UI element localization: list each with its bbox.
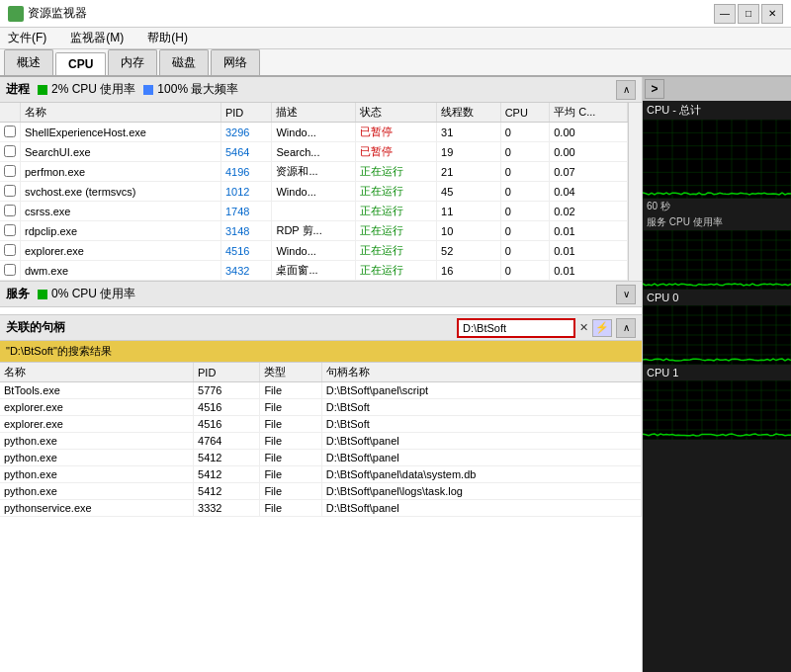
close-button[interactable]: ✕ — [761, 4, 783, 24]
app-icon — [8, 6, 24, 22]
handles-header: 关联的句柄 ✕ ⚡ ∧ — [0, 315, 642, 341]
search-go-button[interactable]: ⚡ — [592, 319, 612, 337]
hrow-handle: D:\BtSoft — [321, 416, 641, 433]
tab-overview[interactable]: 概述 — [4, 49, 53, 75]
menu-monitor[interactable]: 监视器(M) — [66, 30, 128, 46]
search-box-container: ✕ ⚡ ∧ — [457, 318, 636, 338]
row-checkbox[interactable] — [0, 221, 21, 241]
hrow-type: File — [260, 466, 321, 483]
row-name: dwm.exe — [21, 261, 221, 281]
cpu0-graph — [643, 305, 791, 365]
title-bar: 资源监视器 — □ ✕ — [0, 0, 791, 28]
tab-network[interactable]: 网络 — [211, 49, 260, 75]
process-expand-btn[interactable]: ∧ — [616, 80, 636, 100]
minimize-button[interactable]: — — [714, 4, 736, 24]
table-row: explorer.exe 4516 File D:\BtSoft — [0, 416, 642, 433]
table-row: pythonservice.exe 3332 File D:\BtSoft\pa… — [0, 500, 642, 517]
row-avg: 0.00 — [550, 142, 628, 162]
handles-search-input[interactable] — [457, 318, 575, 338]
table-row: dwm.exe 3432 桌面窗... 正在运行 16 0 0.01 — [0, 261, 628, 281]
row-threads: 21 — [437, 162, 501, 182]
cpu-usage-text: 2% CPU 使用率 — [51, 81, 135, 98]
tab-bar: 概述 CPU 内存 磁盘 网络 — [0, 49, 791, 77]
row-desc: 资源和... — [272, 162, 356, 182]
cpu-usage-indicator: 2% CPU 使用率 — [38, 81, 135, 98]
tab-disk[interactable]: 磁盘 — [159, 49, 209, 75]
table-row: rdpclip.exe 3148 RDP 剪... 正在运行 10 0 0.01 — [0, 221, 628, 241]
max-freq-text: 100% 最大频率 — [157, 81, 238, 98]
row-checkbox[interactable] — [0, 261, 21, 281]
services-green-indicator — [38, 290, 47, 299]
hrow-type: File — [260, 399, 321, 416]
services-cpu-indicator: 0% CPU 使用率 — [38, 286, 135, 302]
process-table-area: 名称 PID 描述 状态 线程数 CPU 平均 C... ShellExperi… — [0, 103, 642, 281]
right-panel: > CPU - 总计 60 秒 服务 CPU 使用率 CPU 0 CPU 1 — [643, 77, 791, 672]
hcol-pid: PID — [194, 363, 260, 382]
row-cpu: 0 — [500, 202, 550, 221]
row-avg: 0.01 — [550, 241, 628, 261]
row-status: 已暂停 — [356, 123, 437, 142]
row-cpu: 0 — [500, 123, 550, 142]
hrow-name: pythonservice.exe — [0, 500, 194, 517]
handles-results-label: "D:\BtSoft"的搜索结果 — [0, 341, 642, 363]
row-checkbox[interactable] — [0, 162, 21, 182]
table-row: python.exe 4764 File D:\BtSoft\panel — [0, 433, 642, 450]
hrow-pid: 5412 — [194, 483, 260, 500]
hrow-pid: 5412 — [194, 450, 260, 466]
hrow-name: python.exe — [0, 433, 194, 450]
row-checkbox[interactable] — [0, 142, 21, 162]
row-name: perfmon.exe — [21, 162, 221, 182]
row-threads: 45 — [437, 182, 501, 202]
row-checkbox[interactable] — [0, 123, 21, 142]
table-row: perfmon.exe 4196 资源和... 正在运行 21 0 0.07 — [0, 162, 628, 182]
row-avg: 0.00 — [550, 123, 628, 142]
row-checkbox[interactable] — [0, 182, 21, 202]
col-name: 名称 — [21, 103, 221, 123]
services-title: 服务 — [6, 286, 30, 302]
col-avg: 平均 C... — [550, 103, 628, 123]
cpu1-graph — [643, 380, 791, 440]
right-panel-expand-btn[interactable]: > — [645, 79, 664, 99]
tab-memory[interactable]: 内存 — [108, 49, 157, 75]
process-section: 进程 2% CPU 使用率 100% 最大频率 ∧ — [0, 77, 642, 282]
menu-bar: 文件(F) 监视器(M) 帮助(H) — [0, 28, 791, 49]
hrow-pid: 4516 — [194, 399, 260, 416]
row-status: 正在运行 — [356, 261, 437, 281]
services-expand-btn[interactable]: ∨ — [616, 285, 636, 304]
green-indicator — [38, 85, 47, 95]
col-status: 状态 — [356, 103, 437, 123]
table-row: ShellExperienceHost.exe 3296 Windo... 已暂… — [0, 123, 628, 142]
row-checkbox[interactable] — [0, 202, 21, 221]
hrow-name: python.exe — [0, 483, 194, 500]
row-pid: 1748 — [220, 202, 272, 221]
search-clear-button[interactable]: ✕ — [579, 321, 588, 334]
tab-cpu[interactable]: CPU — [55, 52, 106, 75]
row-cpu: 0 — [500, 142, 550, 162]
handles-expand-btn[interactable]: ∧ — [616, 318, 636, 338]
hrow-pid: 3332 — [194, 500, 260, 517]
maximize-button[interactable]: □ — [738, 4, 759, 24]
hrow-handle: D:\BtSoft\panel — [321, 500, 641, 517]
cpu-total-label: CPU - 总计 — [643, 101, 791, 120]
process-scrollbar[interactable] — [628, 103, 642, 281]
table-row: explorer.exe 4516 File D:\BtSoft — [0, 399, 642, 416]
row-desc — [272, 202, 356, 221]
row-pid: 1012 — [220, 182, 272, 202]
row-checkbox[interactable] — [0, 241, 21, 261]
row-avg: 0.07 — [550, 162, 628, 182]
row-cpu: 0 — [500, 162, 550, 182]
row-name: explorer.exe — [21, 241, 221, 261]
row-threads: 10 — [437, 221, 501, 241]
menu-file[interactable]: 文件(F) — [4, 30, 50, 46]
hrow-handle: D:\BtSoft\panel — [321, 450, 641, 466]
services-section: 服务 0% CPU 使用率 ∨ — [0, 282, 642, 315]
menu-help[interactable]: 帮助(H) — [143, 30, 192, 46]
cpu-total-graph — [643, 120, 791, 199]
cpu1-canvas — [643, 380, 791, 440]
col-pid: PID — [220, 103, 272, 123]
handles-table-wrapper[interactable]: 名称 PID 类型 句柄名称 BtTools.exe 5776 File D:\… — [0, 363, 642, 672]
max-freq-indicator: 100% 最大频率 — [143, 81, 238, 98]
col-cpu: CPU — [500, 103, 550, 123]
service-cpu-canvas — [643, 230, 791, 290]
hrow-pid: 4516 — [194, 416, 260, 433]
